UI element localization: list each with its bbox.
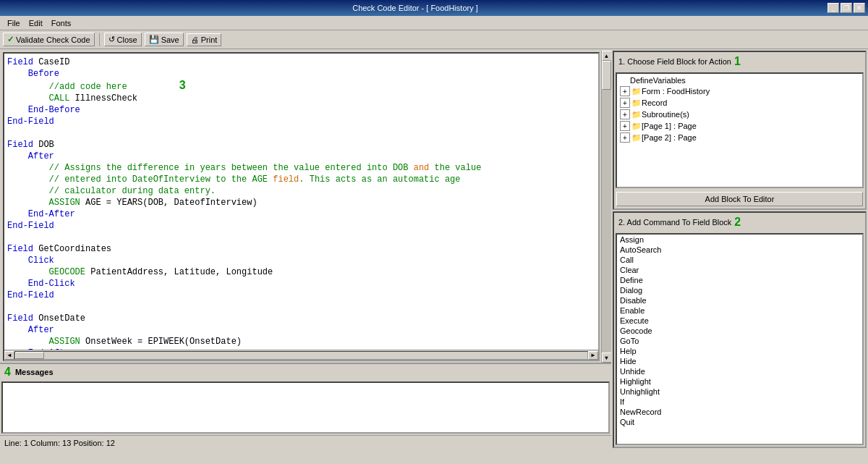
status-text: Line: 1 Column: 13 Position: 12 [4, 439, 115, 447]
code-editor-pane: Field CaseID Before //add code here 3 CA… [3, 52, 600, 361]
save-icon: 💾 [149, 35, 159, 44]
command-item[interactable]: Quit [617, 417, 862, 427]
close-button[interactable]: ↺ Close [104, 33, 142, 46]
toolbar: ✓ Validate Check Code ↺ Close 💾 Save 🖨 P… [0, 30, 868, 49]
main-container: Field CaseID Before //add code here 3 CA… [0, 49, 868, 450]
tree-folder-subroutines: 📁 [631, 110, 642, 119]
messages-body [1, 381, 610, 434]
command-item[interactable]: Clear [617, 265, 862, 275]
command-item[interactable]: Highlight [617, 376, 862, 387]
menu-edit[interactable]: Edit [25, 17, 47, 29]
command-item[interactable]: If [617, 397, 862, 407]
command-item[interactable]: Enable [617, 305, 862, 316]
command-item[interactable]: Help [617, 346, 862, 356]
tree-label-form: Form : FoodHistory [642, 87, 710, 96]
field-block-tree[interactable]: DefineVariables + 📁 Form : FoodHistory +… [616, 72, 864, 188]
scroll-right-arrow[interactable]: ▶ [588, 351, 598, 360]
tree-expander-page2[interactable]: + [620, 132, 630, 143]
print-button[interactable]: 🖨 Print [187, 33, 222, 46]
vscroll-thumb[interactable] [602, 61, 611, 90]
validate-label: Validate Check Code [16, 35, 90, 44]
hscroll-track[interactable] [14, 351, 588, 360]
scroll-left-arrow[interactable]: ◀ [4, 351, 14, 360]
command-item[interactable]: AutoSearch [617, 245, 862, 255]
save-label: Save [161, 35, 179, 44]
code-content[interactable]: Field CaseID Before //add code here 3 CA… [4, 54, 598, 350]
close-icon: ↺ [109, 35, 115, 44]
field-block-panel: 1. Choose Field Block for Action 1 Defin… [613, 51, 867, 210]
tree-item-form-foodhistory[interactable]: + 📁 Form : FoodHistory [618, 85, 861, 97]
status-bar: Line: 1 Column: 13 Position: 12 [0, 435, 611, 450]
tree-expander-subroutines[interactable]: + [620, 109, 630, 119]
scroll-down-arrow[interactable]: ▼ [602, 353, 612, 363]
command-number: 2 [734, 216, 741, 229]
tree-label-page1: [Page 1] : Page [642, 122, 697, 130]
tree-label-page2: [Page 2] : Page [642, 133, 697, 142]
messages-number: 4 [4, 366, 11, 379]
command-item[interactable]: Define [617, 275, 862, 285]
command-item[interactable]: Disable [617, 295, 862, 305]
tree-label-record: Record [642, 98, 667, 107]
window-title: Check Code Editor - [ FoodHistory ] [3, 4, 827, 12]
editor-scroll[interactable]: Field CaseID Before //add code here 3 CA… [4, 54, 598, 350]
menu-file[interactable]: File [3, 17, 25, 29]
command-header: 2. Add Command To Field Block 2 [614, 213, 865, 232]
messages-panel: 4 Messages [0, 363, 611, 435]
tree-folder-form: 📁 [631, 87, 642, 96]
command-item[interactable]: Call [617, 255, 862, 265]
command-item[interactable]: Dialog [617, 285, 862, 295]
tree-expander-page1[interactable]: + [620, 121, 630, 131]
command-list[interactable]: AssignAutoSearchCallClearDefineDialogDis… [616, 233, 864, 445]
add-block-button[interactable]: Add Block To Editor [616, 192, 863, 206]
hscroll-thumb[interactable] [15, 352, 44, 359]
field-block-number: 1 [734, 55, 741, 68]
scroll-up-arrow[interactable]: ▲ [602, 51, 612, 61]
command-item[interactable]: Geocode [617, 326, 862, 336]
save-button[interactable]: 💾 Save [145, 33, 184, 46]
command-item[interactable]: Unhighlight [617, 387, 862, 397]
menu-fonts[interactable]: Fonts [47, 17, 76, 29]
command-header-text: 2. Add Command To Field Block [618, 218, 731, 227]
close-button[interactable]: ✕ [854, 3, 865, 13]
print-icon: 🖨 [191, 35, 199, 44]
command-item[interactable]: Execute [617, 316, 862, 326]
tree-item-record[interactable]: + 📁 Record [618, 97, 861, 109]
tree-label-subroutines: Subroutine(s) [642, 110, 689, 119]
field-block-header: 1. Choose Field Block for Action 1 [614, 52, 865, 71]
command-item[interactable]: Unhide [617, 366, 862, 376]
tree-item-page1[interactable]: + 📁 [Page 1] : Page [618, 120, 861, 132]
title-bar: Check Code Editor - [ FoodHistory ] _ ❐ … [0, 0, 868, 16]
tree-folder-page1: 📁 [631, 122, 642, 131]
messages-title: Messages [15, 368, 54, 376]
validate-icon: ✓ [7, 35, 14, 44]
command-item[interactable]: Hide [617, 356, 862, 366]
close-label: Close [117, 35, 137, 44]
toolbar-separator [99, 33, 100, 46]
tree-folder-page2: 📁 [631, 133, 642, 143]
command-panel: 2. Add Command To Field Block 2 AssignAu… [613, 211, 867, 448]
field-block-label-text: 1. Choose Field Block for Action [618, 57, 731, 66]
tree-label-definevariables: DefineVariables [630, 76, 686, 85]
print-label: Print [201, 35, 218, 44]
horizontal-scrollbar[interactable]: ◀ ▶ [4, 350, 598, 360]
command-item[interactable]: NewRecord [617, 407, 862, 417]
minimize-button[interactable]: _ [827, 3, 839, 13]
command-item[interactable]: Assign [617, 235, 862, 245]
window-controls: _ ❐ ✕ [827, 3, 865, 13]
vscroll-track[interactable] [602, 61, 611, 353]
tree-folder-record: 📁 [631, 98, 642, 108]
tree-item-page2[interactable]: + 📁 [Page 2] : Page [618, 132, 861, 143]
menu-bar: File Edit Fonts [0, 16, 868, 30]
tree-item-subroutines[interactable]: + 📁 Subroutine(s) [618, 109, 861, 120]
messages-header: 4 Messages [0, 364, 611, 380]
right-panel: 1. Choose Field Block for Action 1 Defin… [611, 49, 868, 450]
validate-button[interactable]: ✓ Validate Check Code [3, 33, 95, 46]
command-item[interactable]: GoTo [617, 336, 862, 346]
tree-expander-form[interactable]: + [620, 86, 630, 96]
tree-expander-record[interactable]: + [620, 98, 630, 108]
tree-item-definevariables[interactable]: DefineVariables [618, 75, 861, 85]
vertical-scrollbar[interactable]: ▲ ▼ [601, 51, 611, 363]
restore-button[interactable]: ❐ [841, 3, 852, 13]
